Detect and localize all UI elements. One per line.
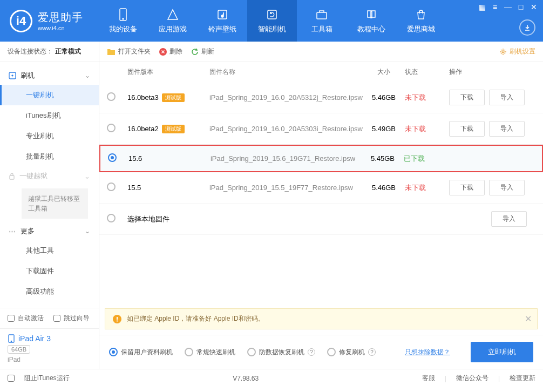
refresh-icon <box>266 8 279 21</box>
device-capacity: 64GB <box>8 345 30 354</box>
th-version: 固件版本 <box>127 67 209 77</box>
status-bar: 阻止iTunes运行 V7.98.63 客服 | 微信公众号 | 检查更新 <box>0 369 543 387</box>
folder-icon <box>107 48 116 56</box>
nav-flash[interactable]: 智能刷机 <box>247 0 297 42</box>
firmware-size: 5.46GB <box>363 93 405 102</box>
firmware-row[interactable]: 15.6iPad_Spring_2019_15.6_19G71_Restore.… <box>99 145 543 172</box>
firmware-radio[interactable] <box>107 183 116 191</box>
gear-icon <box>499 48 507 56</box>
block-itunes-checkbox[interactable] <box>8 375 15 382</box>
svg-rect-6 <box>10 175 14 179</box>
flash-opt-antidata[interactable]: 防数据恢复刷机? <box>247 348 315 357</box>
nav-ringtone[interactable]: 铃声壁纸 <box>198 0 247 42</box>
refresh-button[interactable]: 刷新 <box>191 47 214 56</box>
nav-shop[interactable]: 爱思商城 <box>396 0 446 42</box>
import-button[interactable]: 导入 <box>489 180 525 195</box>
sidebar-item-download-firmware[interactable]: 下载固件 <box>0 261 99 281</box>
firmware-row[interactable]: 15.5iPad_Spring_2019_15.5_19F77_Restore.… <box>99 172 543 204</box>
win-menu-icon[interactable]: ≡ <box>489 2 501 12</box>
brand-url: www.i4.cn <box>38 25 83 31</box>
import-button[interactable]: 导入 <box>489 121 525 137</box>
delete-icon <box>159 48 167 56</box>
firmware-version: 15.5 <box>127 184 141 192</box>
flash-small-icon <box>9 72 16 79</box>
svg-rect-4 <box>317 12 327 19</box>
chevron-down-icon: ⌄ <box>85 72 90 79</box>
firmware-status: 已下载 <box>404 154 443 164</box>
beta-tag: 测试版 <box>162 93 185 102</box>
download-button[interactable]: 下载 <box>449 121 485 137</box>
music-icon <box>216 8 229 21</box>
nav-apps[interactable]: 应用游戏 <box>148 0 198 42</box>
toolbar: 打开文件夹 删除 刷新 刷机设置 <box>99 42 543 62</box>
win-grid-icon[interactable]: ▦ <box>476 2 488 12</box>
chevron-down-icon: ⌄ <box>85 227 90 235</box>
skip-guide-checkbox[interactable] <box>53 315 60 322</box>
import-button[interactable]: 导入 <box>489 90 525 105</box>
th-size: 大小 <box>363 67 405 77</box>
sidebar-group-more[interactable]: ⋯ 更多 ⌄ <box>0 222 99 240</box>
skip-guide-label: 跳过向导 <box>64 314 90 323</box>
download-button[interactable]: 下载 <box>449 180 485 195</box>
sidebar-item-batch[interactable]: 批量刷机 <box>0 146 99 167</box>
flash-opt-keep-data[interactable]: 保留用户资料刷机 <box>109 348 173 357</box>
firmware-version: 16.0beta3 <box>127 93 159 102</box>
erase-only-link[interactable]: 只想抹除数据？ <box>405 348 450 357</box>
firmware-name: iPad_Spring_2019_15.6_19G71_Restore.ipsw <box>211 154 362 163</box>
firmware-radio[interactable] <box>108 153 117 162</box>
win-minimize-icon[interactable]: — <box>502 2 514 12</box>
sb-update[interactable]: 检查更新 <box>510 374 535 383</box>
nav-toolbox[interactable]: 工具箱 <box>297 0 347 42</box>
sidebar-item-itunes[interactable]: iTunes刷机 <box>0 105 99 126</box>
flash-opt-repair[interactable]: 修复刷机? <box>327 348 376 357</box>
sb-support[interactable]: 客服 <box>422 374 435 383</box>
firmware-radio[interactable] <box>107 124 116 132</box>
nav-my-device[interactable]: 我的设备 <box>98 0 148 42</box>
sidebar-item-other-tools[interactable]: 其他工具 <box>0 240 99 261</box>
download-manager-button[interactable] <box>519 19 535 36</box>
open-folder-button[interactable]: 打开文件夹 <box>107 47 151 56</box>
firmware-radio[interactable] <box>107 92 116 101</box>
firmware-row[interactable]: 16.0beta3测试版iPad_Spring_2019_16.0_20A531… <box>99 82 543 113</box>
table-header: 固件版本 固件名称 大小 状态 操作 <box>99 62 543 82</box>
flash-opt-normal[interactable]: 常规快速刷机 <box>185 348 235 357</box>
close-icon[interactable]: ✕ <box>525 314 532 324</box>
sidebar-item-pro[interactable]: 专业刷机 <box>0 126 99 146</box>
beta-tag: 测试版 <box>162 125 185 133</box>
delete-button[interactable]: 删除 <box>159 47 182 56</box>
shop-icon <box>415 8 427 21</box>
nav-tutorials[interactable]: 教程中心 <box>347 0 396 42</box>
window-controls: ▦ ≡ — □ ✕ <box>476 2 540 12</box>
select-local-firmware-row[interactable]: 选择本地固件 导入 <box>99 204 543 235</box>
win-maximize-icon[interactable]: □ <box>515 2 527 12</box>
flash-settings-button[interactable]: 刷机设置 <box>499 47 535 56</box>
download-button[interactable]: 下载 <box>449 90 485 105</box>
sidebar-group-flash[interactable]: 刷机 ⌄ <box>0 66 99 85</box>
svg-rect-3 <box>268 10 276 19</box>
lock-icon <box>9 172 15 180</box>
sb-wechat[interactable]: 微信公众号 <box>456 374 488 383</box>
app-version: V7.98.63 <box>233 375 259 382</box>
firmware-size: 5.46GB <box>363 184 405 192</box>
device-info[interactable]: iPad Air 3 64GB iPad <box>0 328 99 369</box>
help-icon[interactable]: ? <box>308 348 315 356</box>
th-ops: 操作 <box>444 67 535 77</box>
help-icon[interactable]: ? <box>368 348 376 356</box>
win-close-icon[interactable]: ✕ <box>528 2 540 12</box>
firmware-size: 5.49GB <box>363 125 405 133</box>
sidebar-item-oneclick[interactable]: 一键刷机 <box>0 85 99 105</box>
firmware-version: 15.6 <box>128 154 142 163</box>
sidebar-item-advanced[interactable]: 高级功能 <box>0 281 99 302</box>
top-nav: 我的设备 应用游戏 铃声壁纸 智能刷机 工具箱 教程中心 爱思商城 <box>98 0 446 42</box>
firmware-version: 16.0beta2 <box>127 125 159 133</box>
import-button[interactable]: 导入 <box>491 211 527 227</box>
logo-icon: i4 <box>10 10 32 32</box>
radio-local[interactable] <box>107 214 116 222</box>
firmware-status: 未下载 <box>405 124 444 134</box>
auto-activate-checkbox[interactable] <box>8 315 15 322</box>
warning-icon <box>113 315 121 323</box>
firmware-name: iPad_Spring_2019_16.0_20A5303i_Restore.i… <box>209 125 363 133</box>
flash-now-button[interactable]: 立即刷机 <box>471 342 533 362</box>
firmware-row[interactable]: 16.0beta2测试版iPad_Spring_2019_16.0_20A530… <box>99 113 543 145</box>
apple-id-notice: 如已绑定 Apple ID，请准备好 Apple ID和密码。 ✕ <box>105 308 538 329</box>
